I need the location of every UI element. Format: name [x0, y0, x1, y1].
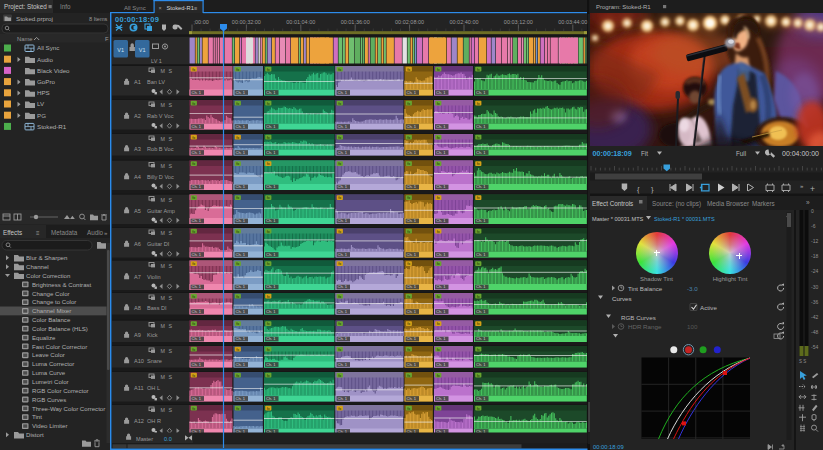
svg-text:-36: -36 [811, 299, 818, 305]
svg-text:-18: -18 [811, 253, 818, 259]
svg-text:00:00:18:09: 00:00:18:09 [593, 149, 632, 158]
svg-text:RGB Curves: RGB Curves [621, 314, 656, 321]
svg-text:Full: Full [736, 150, 746, 157]
svg-text:-6: -6 [811, 223, 816, 229]
svg-text:100: 100 [687, 323, 698, 330]
svg-text:Highlight Tint: Highlight Tint [713, 276, 748, 282]
svg-text:Source: (no clips): Source: (no clips) [652, 200, 701, 208]
svg-text:Curves: Curves [612, 295, 632, 302]
svg-text:-48: -48 [811, 329, 818, 335]
svg-text:00:04:00:00: 00:04:00:00 [782, 150, 819, 157]
svg-text:-3.0: -3.0 [687, 285, 698, 292]
svg-text:Program: Stoked-R1: Program: Stoked-R1 [596, 4, 651, 10]
svg-text:-54: -54 [811, 344, 818, 350]
svg-text:00:00:18:09: 00:00:18:09 [593, 444, 624, 450]
svg-text:Effect Controls: Effect Controls [592, 200, 633, 207]
svg-text:-24: -24 [811, 268, 818, 274]
svg-text:S S: S S [799, 359, 806, 364]
svg-text:Fit: Fit [641, 150, 648, 157]
svg-text:Stoked-R1 * 00031.MTS: Stoked-R1 * 00031.MTS [654, 216, 715, 222]
svg-text:-12: -12 [811, 238, 818, 244]
svg-text:0: 0 [811, 208, 814, 214]
svg-text:Active: Active [700, 304, 717, 311]
svg-text:Markers: Markers [752, 200, 775, 207]
svg-text:-30: -30 [811, 284, 818, 290]
svg-text:Master * 00031.MTS: Master * 00031.MTS [592, 216, 644, 222]
svg-text:Shadow Tint: Shadow Tint [640, 276, 673, 282]
svg-text:HDR Range: HDR Range [628, 323, 662, 330]
svg-text:+: + [810, 184, 815, 194]
svg-text:»: » [806, 199, 810, 206]
svg-text:Media Browser: Media Browser [707, 200, 749, 207]
svg-text:Tint Balance: Tint Balance [628, 285, 663, 292]
svg-text:-42: -42 [811, 314, 818, 320]
